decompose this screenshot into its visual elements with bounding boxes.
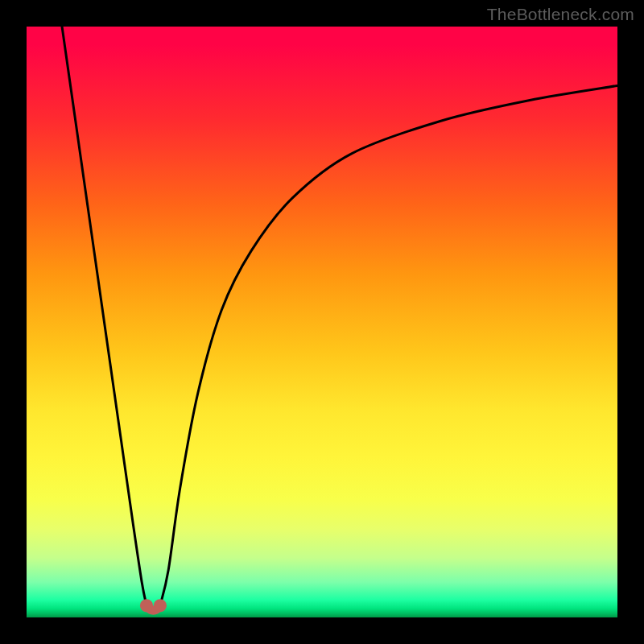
minimum-marker-left — [140, 599, 153, 612]
left-branch-curve — [62, 27, 147, 605]
minimum-marker-right — [154, 599, 167, 612]
right-branch-curve — [160, 85, 617, 605]
attribution-label: TheBottleneck.com — [487, 5, 634, 24]
chart-frame: TheBottleneck.com — [0, 0, 644, 644]
curve-layer — [27, 27, 617, 617]
plot-area — [27, 27, 617, 617]
